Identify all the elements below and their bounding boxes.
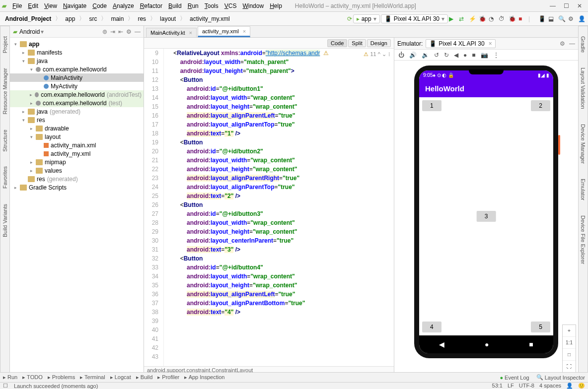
tool-profiler[interactable]: ▸ Profiler: [157, 374, 179, 381]
gear-icon[interactable]: ⚙: [560, 40, 565, 47]
sdk-icon[interactable]: ⬓: [548, 15, 555, 22]
user-icon[interactable]: 👤: [578, 15, 585, 22]
tool-terminal[interactable]: ▸ Terminal: [80, 374, 105, 381]
app-button-5[interactable]: 5: [531, 322, 550, 332]
avd-icon[interactable]: 📱: [538, 15, 545, 22]
breadcrumb-item[interactable]: layout: [158, 14, 178, 23]
device-screen[interactable]: 9:05 ♠ ⊙ ◐ 🔒 ▮◢ ▮ HelloWorld 1 2 3 4 5 ◀: [419, 70, 553, 353]
tree-node[interactable]: MyActivity: [10, 82, 144, 90]
menu-run[interactable]: Run: [185, 1, 202, 10]
breadcrumb-item[interactable]: activity_my.xml: [188, 14, 231, 23]
tool-build[interactable]: ▸ Build: [136, 374, 153, 381]
volume-up-icon[interactable]: 🔊: [409, 52, 417, 59]
zoom-11-button[interactable]: 1:1: [563, 337, 576, 349]
tool-tab-layout-validation[interactable]: Layout Validation: [580, 67, 586, 109]
settings-icon[interactable]: ⚙: [568, 15, 575, 22]
breadcrumb-item[interactable]: src: [87, 14, 99, 23]
tree-node[interactable]: ▸ Gradle Scripts: [10, 183, 144, 192]
menu-build[interactable]: Build: [165, 1, 185, 10]
inspection-icon[interactable]: 👤: [566, 383, 573, 389]
power-icon[interactable]: ⏻: [398, 52, 404, 59]
close-icon[interactable]: ✕: [577, 2, 582, 9]
warning-icon[interactable]: ⚠: [364, 51, 368, 57]
tree-node[interactable]: ▸ com.example.helloworld (androidTest): [10, 90, 144, 99]
tool-tab-gradle[interactable]: Gradle: [580, 36, 586, 53]
tree-node[interactable]: ▾ layout: [10, 132, 144, 141]
nav-back-icon[interactable]: ◀: [439, 340, 444, 348]
menu-edit[interactable]: Edit: [25, 1, 41, 10]
tree-node[interactable]: MainActivity: [10, 73, 144, 82]
hide-icon[interactable]: —: [569, 40, 575, 47]
tree-node[interactable]: ▾ com.example.helloworld: [10, 65, 144, 73]
caret-pos[interactable]: 53:1: [492, 383, 503, 389]
breadcrumb-item[interactable]: Android_Project: [3, 14, 53, 23]
tree-node[interactable]: ▸ drawable: [10, 124, 144, 132]
stop-icon[interactable]: ■: [518, 15, 525, 22]
nav-home-icon[interactable]: ●: [485, 340, 489, 348]
volume-down-icon[interactable]: 🔉: [422, 52, 429, 59]
close-tab-icon[interactable]: ×: [243, 28, 246, 34]
tree-node[interactable]: ▸ java (generated): [10, 107, 144, 116]
run-config-selector[interactable]: ▸app▾: [353, 14, 380, 23]
overview-icon[interactable]: ■: [472, 52, 475, 59]
menu-vcs[interactable]: VCS: [221, 1, 240, 10]
gear-icon[interactable]: ⚙: [126, 28, 132, 35]
tool-todo[interactable]: ▸ TODO: [22, 374, 42, 381]
indent[interactable]: 4 spaces: [539, 383, 561, 389]
view-design-button[interactable]: Design: [367, 39, 391, 47]
app-button-1[interactable]: 1: [422, 100, 441, 111]
line-sep[interactable]: LF: [508, 383, 514, 389]
menu-code[interactable]: Code: [89, 1, 110, 10]
tool-tab-project[interactable]: Project: [2, 36, 8, 53]
breadcrumb-item[interactable]: res: [136, 14, 148, 23]
tool-logcat[interactable]: ▸ Logcat: [110, 374, 131, 381]
zoom-full-button[interactable]: ⛶: [563, 361, 576, 373]
home-icon[interactable]: ●: [463, 52, 467, 59]
menu-view[interactable]: View: [41, 1, 60, 10]
zoom-fit-button[interactable]: □: [563, 349, 576, 361]
tool-run[interactable]: ▸ Run: [3, 374, 17, 381]
menu-file[interactable]: File: [9, 1, 25, 10]
attach-icon[interactable]: 🐞: [509, 15, 515, 22]
tree-node[interactable]: ▸ values: [10, 166, 144, 175]
memory-icon[interactable]: 🙂: [578, 383, 585, 389]
tree-node[interactable]: ▾ app: [10, 40, 144, 48]
tool-tab-device-manager[interactable]: Device Manager: [580, 124, 586, 164]
menu-analyze[interactable]: Analyze: [110, 1, 137, 10]
menu-navigate[interactable]: Navigate: [60, 1, 89, 10]
menu-help[interactable]: Help: [267, 1, 285, 10]
device-selector[interactable]: 📱Pixel 4 XL API 30▾: [381, 14, 448, 23]
expand-icon[interactable]: ⇥: [110, 28, 115, 35]
event-log-button[interactable]: ● Event Log: [500, 374, 529, 381]
code-area[interactable]: 9101112131415161718192021222324252627282…: [144, 49, 394, 366]
rotate-right-icon[interactable]: ↻: [444, 52, 449, 59]
project-tree[interactable]: ▾ app ▸ manifests ▾ java ▾ com.example.h…: [10, 38, 144, 375]
tool-problems[interactable]: ▸ Problems: [48, 374, 75, 381]
profile-icon[interactable]: ⏱: [499, 15, 506, 22]
project-view-selector[interactable]: Android: [19, 28, 40, 35]
tree-node[interactable]: ▸ mipmap: [10, 158, 144, 166]
breadcrumb-item[interactable]: app: [63, 14, 77, 23]
back-icon[interactable]: ◀: [454, 52, 458, 59]
tree-node[interactable]: activity_my.xml: [10, 149, 144, 158]
zoom-in-button[interactable]: +: [563, 325, 576, 337]
search-icon[interactable]: 🔍: [558, 15, 565, 22]
encoding[interactable]: UTF-8: [519, 383, 534, 389]
tool-tab-structure[interactable]: Structure: [2, 130, 8, 152]
view-code-button[interactable]: Code: [327, 39, 347, 47]
tool-tab-build-variants[interactable]: Build Variants: [2, 204, 8, 237]
debug-icon[interactable]: 🐞: [479, 15, 486, 22]
nav-overview-icon[interactable]: ■: [529, 340, 533, 348]
hide-icon[interactable]: —: [135, 28, 141, 35]
select-file-icon[interactable]: ⊚: [102, 28, 107, 35]
apply-changes-icon[interactable]: ⇄: [459, 15, 466, 22]
menu-refactor[interactable]: Refactor: [137, 1, 165, 10]
tool-tab-emulator[interactable]: Emulator: [580, 179, 586, 200]
tool-tab-favorites[interactable]: Favorites: [2, 166, 8, 189]
tool-tab-resource-manager[interactable]: Resource Manager: [2, 68, 8, 115]
close-tab-icon[interactable]: ×: [189, 30, 192, 36]
menu-tools[interactable]: Tools: [202, 1, 221, 10]
maximize-icon[interactable]: ☐: [564, 2, 569, 9]
view-split-button[interactable]: Split: [348, 39, 366, 47]
tool-tab-device-file-explorer[interactable]: Device File Explorer: [580, 215, 586, 264]
